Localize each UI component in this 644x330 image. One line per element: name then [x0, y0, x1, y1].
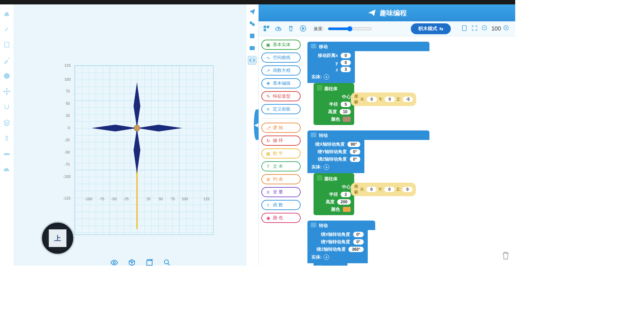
- view-cube-label: 上: [49, 229, 66, 247]
- svg-point-13: [252, 23, 255, 26]
- cat-logic[interactable]: ⎇逻 辑: [261, 123, 301, 133]
- speed-label: 速度:: [314, 26, 324, 32]
- tool-magnet-icon[interactable]: [3, 103, 11, 111]
- tool-move-icon[interactable]: [3, 87, 11, 96]
- zoom-value: 100: [491, 25, 501, 32]
- axis-tick: 50: [66, 101, 70, 105]
- cat-define-panel[interactable]: ≡定义面板: [261, 104, 301, 114]
- category-palette: ▣基本实体 ∿空间曲线 ↗函数方程 ✥基本编辑 ✎特征造型 ≡定义面板 ⎇逻 辑…: [259, 36, 303, 266]
- svg-rect-2: [4, 153, 10, 155]
- svg-rect-0: [5, 42, 9, 47]
- axis-tick: 100: [64, 77, 71, 81]
- color-swatch[interactable]: [343, 207, 351, 212]
- tool-eyedrop-icon[interactable]: [3, 56, 11, 64]
- svg-point-8: [134, 125, 140, 131]
- cube-view-icon[interactable]: [128, 259, 136, 266]
- tool-layers-icon[interactable]: [3, 119, 11, 127]
- axis-tick: -125: [63, 196, 71, 200]
- svg-rect-16: [264, 25, 266, 28]
- cloud-up-icon[interactable]: [275, 25, 283, 33]
- mode-toggle-button[interactable]: 积木模式 ⇆: [411, 23, 451, 34]
- cat-space-curve[interactable]: ∿空间曲线: [261, 53, 301, 63]
- svg-point-11: [164, 260, 168, 264]
- block-title: 移动: [314, 263, 347, 266]
- programming-panel: ◀ 趣味编程 速度: 积木模式 ⇆ 100 ▣基本实体: [259, 4, 515, 266]
- block-move[interactable]: 移动 移动距离x0 y0 z3 实体:+ 圆柱体 中心 坐标: [307, 42, 429, 125]
- svg-marker-4: [134, 82, 140, 128]
- cat-list[interactable]: ⊞列 表: [261, 174, 301, 184]
- cat-function2[interactable]: f函 数: [261, 200, 301, 210]
- zoom-out-icon[interactable]: [481, 25, 489, 33]
- svg-rect-10: [147, 261, 152, 265]
- cat-color[interactable]: ◉颜 色: [261, 213, 301, 223]
- blocks-icon[interactable]: [263, 25, 271, 33]
- block-title: 转动: [307, 130, 429, 140]
- svg-point-12: [250, 21, 253, 24]
- svg-rect-15: [250, 46, 255, 50]
- block-rotate[interactable]: 转动 绕X轴转动角度90 绕Y轴转动角度0 绕Z轴转动角度0 实体:+ 圆柱体 …: [307, 130, 429, 215]
- axis-tick: 125: [64, 63, 71, 67]
- axis-tick: -75: [64, 162, 70, 166]
- block-cylinder[interactable]: 圆柱体 中心 坐标 X:0 Y:0 Z:-5 半径5 高度10: [314, 83, 354, 125]
- block-cylinder[interactable]: 圆柱体 中心 坐标 X:0 Y:0 Z:0 半径2 高度200: [314, 173, 354, 215]
- svg-point-9: [113, 262, 115, 264]
- svg-marker-5: [134, 128, 140, 174]
- play-icon[interactable]: [299, 25, 307, 33]
- spheres-icon[interactable]: [248, 19, 257, 28]
- coord-input[interactable]: 坐标 X:0 Y:0 Z:0: [351, 183, 416, 196]
- cat-feature[interactable]: ✎特征造型: [261, 91, 301, 101]
- left-toolbar: [0, 4, 14, 266]
- cat-math[interactable]: ▦数 学: [261, 148, 301, 159]
- cat-basic-solid[interactable]: ▣基本实体: [261, 40, 301, 50]
- fullscreen-icon[interactable]: [471, 25, 479, 33]
- svg-marker-6: [92, 125, 137, 131]
- block-rotate[interactable]: 转动 绕X轴转动角度0 绕Y轴转动角度0 绕Z轴转动角度360 实体:+ 移动: [307, 221, 375, 266]
- speed-slider[interactable]: [328, 26, 372, 32]
- tool-note-icon[interactable]: [3, 41, 11, 49]
- blocks-canvas[interactable]: 移动 移动距离x0 y0 z3 实体:+ 圆柱体 中心 坐标: [303, 36, 515, 266]
- add-entity-icon[interactable]: +: [324, 254, 329, 260]
- tool-ruler-icon[interactable]: [3, 150, 11, 158]
- delete-icon[interactable]: [287, 25, 295, 33]
- windmill-shape: [75, 65, 214, 235]
- svg-rect-20: [462, 25, 466, 30]
- coord-input[interactable]: 坐标 X:0 Y:0 Z:-5: [351, 92, 416, 106]
- cat-variable[interactable]: X变 量: [261, 187, 301, 197]
- image-icon[interactable]: [248, 44, 257, 53]
- trash-icon[interactable]: [500, 249, 511, 262]
- tool-cloud-icon[interactable]: [3, 165, 11, 173]
- svg-rect-14: [250, 34, 254, 38]
- axis-tick: -50: [64, 150, 70, 154]
- svg-rect-18: [264, 28, 266, 31]
- block-title: 移动: [307, 42, 429, 51]
- add-entity-icon[interactable]: +: [324, 74, 329, 80]
- zoom-in-icon[interactable]: [503, 25, 511, 33]
- axis-tick: 0: [68, 126, 70, 130]
- tool-shape-icon[interactable]: [3, 9, 11, 18]
- dice-icon[interactable]: [248, 32, 257, 40]
- axis-tick: -100: [63, 174, 71, 179]
- tool-tripod-icon[interactable]: [3, 134, 11, 142]
- paper-plane-icon: [367, 8, 376, 17]
- color-swatch[interactable]: [343, 117, 351, 122]
- svg-rect-17: [267, 25, 269, 28]
- view-cube[interactable]: 上: [41, 221, 75, 255]
- file-icon[interactable]: [461, 25, 469, 33]
- axis-tick: -25: [64, 138, 70, 142]
- eye-icon[interactable]: [110, 259, 118, 266]
- 3d-viewport[interactable]: 125 100 75 50 25 0 -25 -50 -75 -100 -125…: [14, 4, 246, 266]
- cat-basic-edit[interactable]: ✥基本编辑: [261, 78, 301, 88]
- block-title: 转动: [307, 221, 375, 230]
- cat-loop[interactable]: ↻循 环: [261, 136, 301, 146]
- box-icon[interactable]: [145, 259, 154, 266]
- cat-text[interactable]: T文 本: [261, 161, 301, 171]
- code-icon[interactable]: [248, 56, 257, 65]
- panel-header: 趣味编程: [259, 4, 515, 21]
- tool-cube-icon[interactable]: [3, 72, 11, 80]
- search-icon[interactable]: [163, 259, 171, 266]
- cat-function[interactable]: ↗函数方程: [261, 65, 301, 76]
- collapse-handle[interactable]: ◀: [254, 109, 259, 140]
- tool-brush-icon[interactable]: [3, 25, 11, 33]
- plane-send-icon[interactable]: [248, 7, 257, 16]
- add-entity-icon[interactable]: +: [324, 164, 329, 170]
